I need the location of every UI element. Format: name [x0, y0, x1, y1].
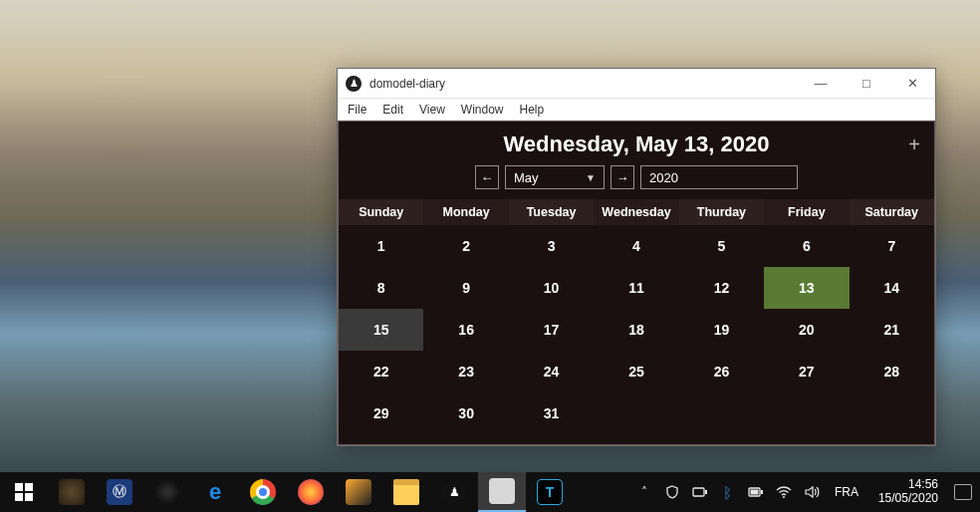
- arrow-left-icon: ←: [481, 170, 494, 185]
- next-month-button[interactable]: →: [611, 165, 634, 189]
- window-title: domodel-diary: [369, 77, 445, 91]
- taskbar-app-chrome[interactable]: [239, 472, 287, 512]
- minimize-button[interactable]: —: [798, 69, 844, 99]
- taskbar-app-edge[interactable]: e: [191, 472, 239, 512]
- calendar-day[interactable]: 26: [679, 351, 764, 392]
- maximize-button[interactable]: □: [844, 69, 889, 99]
- app-body: Wednesday, May 13, 2020 + ← May ▼ → 2020…: [338, 121, 935, 445]
- taskbar-apps: Ⓜ e ♟ T: [48, 472, 574, 512]
- menu-edit[interactable]: Edit: [382, 103, 403, 117]
- taskbar-app-diary[interactable]: ♟: [430, 472, 478, 512]
- calendar-day[interactable]: 13: [764, 267, 849, 309]
- calendar-days: 1234567891011121314151617181920212223242…: [339, 225, 934, 434]
- bluetooth-icon[interactable]: ᛒ: [719, 472, 737, 512]
- svg-rect-8: [750, 490, 758, 495]
- calendar-day[interactable]: 19: [679, 309, 764, 351]
- notifications-icon[interactable]: [954, 472, 972, 512]
- calendar-day[interactable]: 31: [509, 392, 594, 434]
- taskbar-app-explorer[interactable]: [382, 472, 430, 512]
- calendar-grid: Sunday Monday Tuesday Wednesday Thurday …: [339, 199, 934, 444]
- svg-rect-7: [761, 490, 763, 494]
- calendar-day[interactable]: 16: [423, 309, 508, 351]
- menu-window[interactable]: Window: [461, 103, 504, 117]
- calendar-day[interactable]: 8: [339, 267, 423, 309]
- calendar-day[interactable]: 21: [850, 309, 934, 351]
- calendar-day[interactable]: 24: [509, 351, 594, 392]
- taskbar-app-5[interactable]: [335, 472, 382, 512]
- taskbar-date: 15/05/2020: [878, 492, 938, 506]
- svg-rect-2: [15, 493, 23, 501]
- arrow-right-icon: →: [616, 170, 629, 185]
- language-indicator[interactable]: FRA: [831, 485, 862, 499]
- taskbar-app-t[interactable]: T: [526, 472, 574, 512]
- calendar-day[interactable]: 7: [850, 225, 934, 267]
- titlebar[interactable]: ♟ domodel-diary — □ ✕: [338, 69, 935, 99]
- calendar-day[interactable]: 2: [423, 225, 508, 267]
- system-tray: ˄ ᛒ FRA 14:56 15/05/2020: [635, 472, 980, 512]
- calendar-day-empty: [679, 392, 764, 434]
- calendar-day[interactable]: 15: [339, 309, 423, 351]
- dow-header-row: Sunday Monday Tuesday Wednesday Thurday …: [339, 199, 934, 225]
- taskbar-app-2[interactable]: Ⓜ: [96, 472, 143, 512]
- start-button[interactable]: [0, 472, 48, 512]
- calendar-day-empty: [850, 392, 934, 434]
- menu-view[interactable]: View: [419, 103, 445, 117]
- dow-thursday: Thurday: [679, 199, 764, 225]
- battery-icon[interactable]: [691, 472, 709, 512]
- calendar-day[interactable]: 1: [339, 225, 423, 267]
- calendar-day[interactable]: 3: [509, 225, 594, 267]
- calendar-day[interactable]: 28: [850, 351, 934, 392]
- svg-rect-3: [25, 493, 33, 501]
- calendar-day[interactable]: 30: [423, 392, 508, 434]
- calendar-day[interactable]: 20: [764, 309, 849, 351]
- calendar-day[interactable]: 27: [764, 351, 849, 392]
- year-input[interactable]: 2020: [640, 165, 798, 189]
- svg-rect-4: [693, 488, 704, 496]
- prev-month-button[interactable]: ←: [475, 165, 499, 189]
- power-icon[interactable]: [747, 472, 765, 512]
- taskbar: Ⓜ e ♟ T ˄ ᛒ FRA: [0, 472, 980, 512]
- taskbar-app-firefox[interactable]: [287, 472, 335, 512]
- wifi-icon[interactable]: [775, 472, 793, 512]
- calendar-day[interactable]: 23: [423, 351, 508, 392]
- calendar-day[interactable]: 29: [339, 392, 423, 434]
- month-year-selector: ← May ▼ → 2020: [339, 165, 934, 189]
- volume-icon[interactable]: [803, 472, 821, 512]
- calendar-day-empty: [594, 392, 678, 434]
- dow-sunday: Sunday: [339, 199, 423, 225]
- windows-icon: [15, 483, 33, 501]
- menubar: File Edit View Window Help: [338, 99, 935, 121]
- menu-file[interactable]: File: [348, 103, 367, 117]
- svg-rect-0: [15, 483, 23, 491]
- calendar-day[interactable]: 12: [679, 267, 764, 309]
- menu-help[interactable]: Help: [520, 103, 545, 117]
- app-window: ♟ domodel-diary — □ ✕ File Edit View Win…: [337, 68, 936, 446]
- month-label: May: [514, 170, 539, 185]
- add-entry-button[interactable]: +: [908, 133, 920, 156]
- security-icon[interactable]: [663, 472, 681, 512]
- calendar-day[interactable]: 6: [764, 225, 849, 267]
- calendar-day[interactable]: 18: [594, 309, 678, 351]
- close-button[interactable]: ✕: [889, 69, 935, 99]
- taskbar-app-3[interactable]: [143, 472, 191, 512]
- titlebar-controls: — □ ✕: [798, 69, 935, 99]
- calendar-day[interactable]: 22: [339, 351, 423, 392]
- calendar-day[interactable]: 25: [594, 351, 678, 392]
- chevron-down-icon: ▼: [586, 172, 596, 183]
- calendar-day[interactable]: 4: [594, 225, 678, 267]
- taskbar-app-1[interactable]: [48, 472, 96, 512]
- calendar-day-empty: [764, 392, 849, 434]
- calendar-day[interactable]: 5: [679, 225, 764, 267]
- year-label: 2020: [649, 170, 678, 185]
- svg-rect-5: [705, 490, 707, 494]
- taskbar-clock[interactable]: 14:56 15/05/2020: [872, 478, 944, 506]
- tray-chevron-up-icon[interactable]: ˄: [635, 472, 653, 512]
- calendar-day[interactable]: 9: [423, 267, 508, 309]
- svg-rect-1: [25, 483, 33, 491]
- calendar-day[interactable]: 10: [509, 267, 594, 309]
- taskbar-app-active[interactable]: [478, 472, 526, 512]
- month-select[interactable]: May ▼: [505, 165, 605, 189]
- calendar-day[interactable]: 11: [594, 267, 678, 309]
- calendar-day[interactable]: 14: [850, 267, 934, 309]
- calendar-day[interactable]: 17: [509, 309, 594, 351]
